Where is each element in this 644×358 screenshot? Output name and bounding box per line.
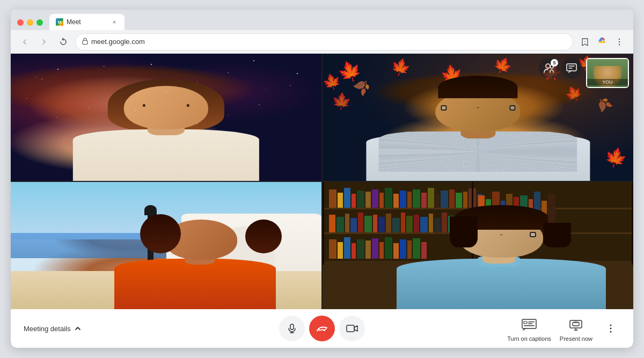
svg-rect-12 [528,324,532,325]
meet-overlay-controls: 5 [539,58,582,78]
toolbar-actions [577,34,627,49]
video-cell-1 [11,54,321,181]
right-controls: Turn on captions Present now [507,315,620,342]
chevron-up-icon [74,324,82,333]
close-window-button[interactable] [17,19,24,26]
participants-badge: 5 [551,59,558,67]
url-text: meet.google.com [91,38,145,46]
tab-bar: M Meet × [11,10,633,30]
svg-rect-13 [524,325,535,326]
participants-button[interactable]: 5 [539,58,559,78]
captions-button[interactable]: Turn on captions [507,315,551,342]
browser-tab-meet[interactable]: M Meet × [49,14,125,30]
svg-point-17 [610,328,612,330]
more-options-button[interactable] [601,319,620,338]
video-cell-3 [11,182,321,309]
chat-button[interactable] [561,58,582,78]
controls-bar: Meeting details [11,309,633,348]
url-bar[interactable]: meet.google.com [75,33,573,50]
captions-icon [519,315,539,334]
center-controls [279,316,365,341]
traffic-lights [17,19,43,30]
browser-window: M Meet × [11,10,633,348]
video-cell-4 [323,182,633,309]
forward-button[interactable] [36,34,52,49]
back-button[interactable] [17,34,32,49]
svg-rect-15 [573,323,579,326]
svg-rect-8 [347,325,354,332]
meet-favicon: M [56,18,63,26]
camera-button[interactable] [339,316,365,341]
google-drive-icon[interactable] [595,34,610,49]
self-video-thumbnail: YOU [586,58,629,88]
svg-point-3 [619,43,620,45]
captions-label: Turn on captions [507,335,551,342]
svg-rect-6 [567,64,576,71]
present-now-button[interactable]: Present now [560,315,592,342]
maximize-window-button[interactable] [36,19,43,26]
meeting-details-label: Meeting details [24,325,70,333]
present-now-label: Present now [560,335,592,342]
meet-content: 🍁 🍁 🍁 🍁 🍁 🍁 🍁 🍁 🍂 🍁 🍁 🍂 🍁 🍁 [11,54,633,348]
svg-rect-10 [524,322,527,324]
svg-point-16 [610,325,612,326]
svg-point-1 [619,38,620,39]
svg-point-2 [619,41,620,42]
video-grid: 🍁 🍁 🍁 🍁 🍁 🍁 🍁 🍁 🍂 🍁 🍁 🍂 🍁 🍁 [11,54,633,309]
meeting-details-button[interactable]: Meeting details [24,324,82,333]
svg-rect-11 [528,322,535,323]
chrome-menu-button[interactable] [612,34,627,49]
lock-icon [82,38,88,46]
svg-rect-0 [83,41,87,45]
minimize-window-button[interactable] [27,19,33,26]
refresh-button[interactable] [56,34,71,49]
end-call-button[interactable] [309,316,335,341]
tab-close-button[interactable]: × [111,18,118,26]
microphone-button[interactable] [279,316,305,341]
svg-point-4 [546,64,550,68]
svg-rect-7 [290,324,294,330]
bookmark-button[interactable] [577,34,592,49]
tab-title: Meet [67,18,81,26]
svg-point-18 [610,331,612,333]
present-icon [566,315,586,334]
you-label: YOU [587,79,628,85]
address-bar: meet.google.com [11,30,633,54]
